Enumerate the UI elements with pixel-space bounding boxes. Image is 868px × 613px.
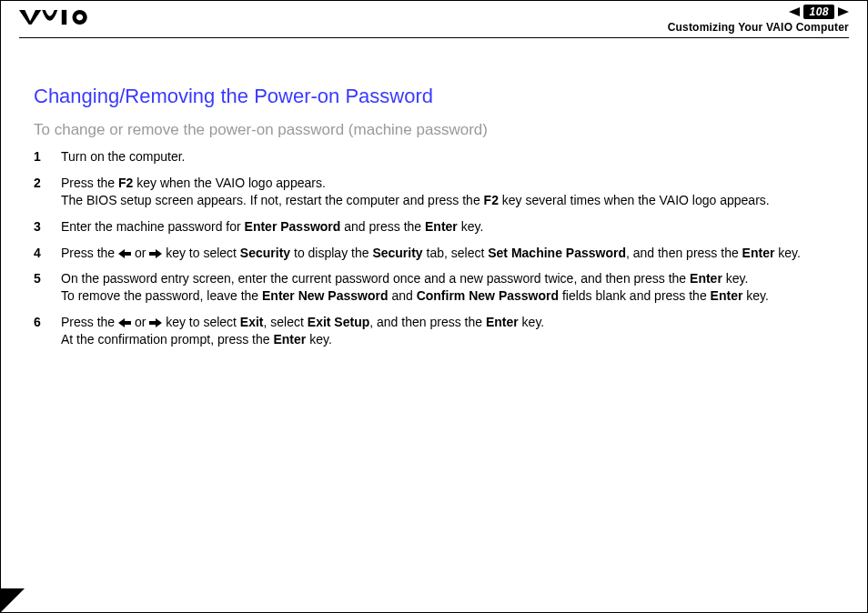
svg-marker-0: [19, 10, 32, 25]
bold-text: Enter: [742, 246, 775, 260]
bold-text: F2: [118, 176, 133, 190]
step-number: 3: [34, 218, 45, 236]
bold-text: Security: [240, 246, 290, 260]
step-item: 3Enter the machine password for Enter Pa…: [34, 218, 842, 236]
bold-text: Exit: [240, 315, 264, 329]
svg-rect-2: [62, 10, 66, 25]
bold-text: Enter Password: [245, 219, 341, 234]
svg-marker-3: [789, 7, 800, 16]
page-title: Changing/Removing the Power-on Password: [34, 85, 842, 108]
svg-marker-7: [118, 318, 131, 327]
arrow-right-icon: [149, 315, 162, 329]
page-header: 108 Customizing Your VAIO Computer: [1, 1, 867, 45]
step-item: 6Press the or key to select Exit, select…: [34, 314, 842, 348]
step-number: 4: [34, 245, 45, 262]
step-number: 5: [34, 270, 45, 305]
step-item: 4Press the or key to select Security to …: [34, 245, 842, 262]
next-page-icon[interactable]: [838, 7, 849, 16]
bold-text: Set Machine Password: [488, 246, 626, 260]
bold-text: Enter: [711, 288, 743, 303]
page-subtitle: To change or remove the power-on passwor…: [34, 121, 842, 139]
svg-marker-8: [149, 318, 162, 327]
step-body: Press the or key to select Exit, select …: [61, 314, 842, 348]
page-number-badge: 108: [803, 5, 834, 19]
svg-marker-6: [149, 249, 162, 258]
bold-text: Enter: [690, 271, 722, 286]
arrow-left-icon: [118, 246, 131, 260]
bold-text: Enter: [425, 219, 458, 234]
bold-text: Enter: [486, 315, 519, 329]
svg-marker-1: [29, 10, 42, 25]
step-item: 5On the password entry screen, enter the…: [34, 270, 842, 305]
step-body: Enter the machine password for Enter Pas…: [61, 218, 842, 236]
arrow-left-icon: [118, 315, 131, 329]
bold-text: F2: [484, 193, 499, 207]
step-body: Press the or key to select Security to d…: [61, 245, 842, 262]
step-number: 1: [34, 148, 45, 166]
prev-page-icon[interactable]: [789, 7, 800, 16]
step-list: 1Turn on the computer.2Press the F2 key …: [34, 148, 842, 348]
bold-text: Exit Setup: [308, 315, 369, 329]
step-item: 2Press the F2 key when the VAIO logo app…: [34, 175, 842, 209]
svg-marker-5: [118, 249, 131, 258]
step-body: On the password entry screen, enter the …: [61, 270, 842, 305]
step-number: 6: [34, 314, 45, 348]
step-body: Turn on the computer.: [61, 148, 842, 166]
page-content: Changing/Removing the Power-on Password …: [34, 85, 842, 357]
page-corner-fold-icon: [1, 588, 25, 612]
header-divider: [19, 37, 849, 38]
bold-text: Confirm New Password: [417, 288, 559, 303]
arrow-right-icon: [149, 246, 162, 260]
bold-text: Enter New Password: [262, 288, 389, 303]
vaio-logo: [19, 6, 101, 32]
step-item: 1Turn on the computer.: [34, 148, 842, 166]
step-body: Press the F2 key when the VAIO logo appe…: [61, 175, 842, 209]
breadcrumb: Customizing Your VAIO Computer: [668, 21, 849, 34]
svg-marker-4: [838, 7, 849, 16]
page-navigator: 108: [789, 5, 849, 19]
bold-text: Enter: [273, 332, 306, 347]
step-number: 2: [34, 175, 45, 209]
bold-text: Security: [372, 246, 422, 260]
